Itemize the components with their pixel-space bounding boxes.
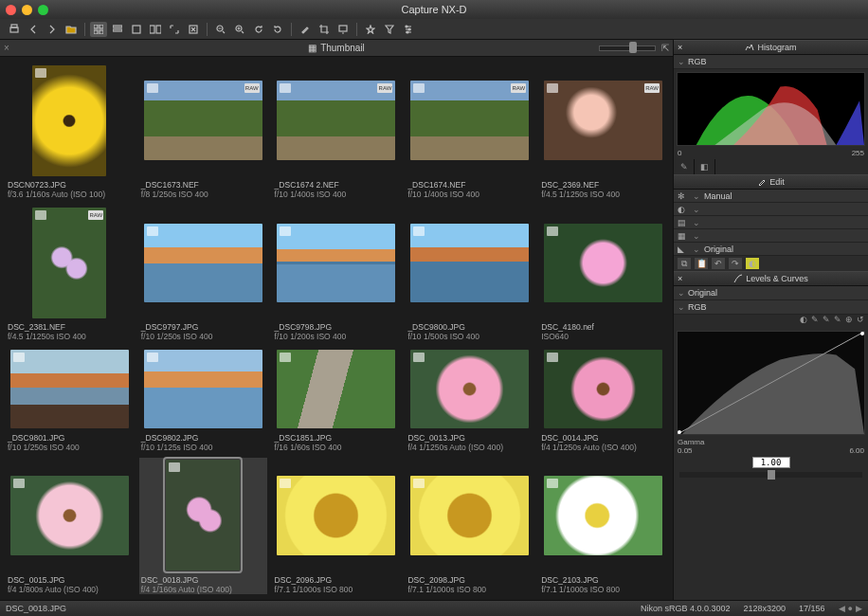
eyedropper-icon[interactable] [297, 22, 314, 37]
thumbnail-cell[interactable]: DSC_4180.nefISO640 [539, 205, 667, 341]
thumbnail-image[interactable] [144, 350, 262, 428]
close-icon[interactable]: × [678, 43, 682, 52]
thumbnail-cell[interactable]: DSCN0723.JPGf/3.6 1/160s Auto (ISO 100) [6, 63, 134, 199]
expand-icon[interactable]: ⇱ [661, 43, 669, 53]
fullscreen-icon[interactable] [166, 22, 183, 37]
close-icon[interactable]: × [678, 274, 682, 283]
redo-icon[interactable]: ↷ [729, 258, 742, 269]
apply-icon[interactable]: ◐ [746, 258, 759, 269]
thumbnail-filename: _DSC9800.JPG [407, 322, 532, 332]
thumbnail-image[interactable]: RAW [277, 81, 395, 159]
edit-header[interactable]: Edit [674, 174, 868, 190]
levels-header[interactable]: × Levels & Curves [674, 271, 868, 286]
thumbnail-image[interactable] [410, 350, 529, 428]
thumbnail-image[interactable] [410, 224, 529, 302]
thumbnail-cell[interactable]: _DSC9798.JPGf/10 1/200s ISO 400 [273, 205, 401, 341]
thumbnail-cell[interactable]: _DSC9801.JPGf/10 1/250s ISO 400 [6, 347, 134, 452]
scroll-right-icon[interactable]: ▶ [856, 604, 862, 613]
thumbnail-cell[interactable]: _DSC9800.JPGf/10 1/500s ISO 400 [406, 205, 533, 341]
filter-icon[interactable] [381, 22, 398, 37]
undo-icon[interactable]: ↶ [712, 258, 725, 269]
thumbnail-cell[interactable]: DSC_2103.JPGf/7.1 1/1000s ISO 800 [539, 458, 667, 594]
thumbnail-cell[interactable]: _DSC9802.JPGf/10 1/125s ISO 400 [139, 347, 267, 452]
open-folder-icon[interactable] [63, 22, 80, 37]
thumbnail-image[interactable]: RAW [410, 81, 529, 159]
edit-row-4[interactable]: ▦⌄ [674, 229, 868, 243]
thumbnail-image[interactable] [32, 65, 106, 176]
black-eyedropper-icon[interactable]: ✎ [811, 315, 819, 328]
curve-display[interactable] [677, 331, 865, 435]
list-view-icon[interactable] [109, 22, 126, 37]
edit-tab-2[interactable]: ◧ [695, 159, 715, 174]
thumbnail-image[interactable] [544, 224, 662, 302]
thumb-size-handle[interactable] [629, 42, 637, 53]
thumb-size-slider[interactable] [599, 45, 656, 51]
auto-contrast-icon[interactable]: ◐ [800, 315, 807, 328]
thumbnail-image[interactable]: RAW [32, 208, 106, 318]
thumbnail-cell[interactable]: _DSC1851.JPGf/16 1/60s ISO 400 [273, 347, 401, 452]
levels-icon: ▤ [678, 218, 689, 227]
edit-row-manual[interactable]: ✻⌄Manual [674, 190, 868, 203]
panel-close-icon[interactable]: × [4, 43, 9, 53]
thumbnail-image[interactable] [10, 476, 129, 554]
thumbnail-cell[interactable]: RAWDSC_2369.NEFf/4.5 1/1250s ISO 400 [539, 63, 667, 199]
gamma-value-input[interactable]: 1.00 [752, 457, 790, 468]
thumbnail-image[interactable] [10, 350, 129, 428]
scroll-left-icon[interactable]: ◀ [839, 604, 845, 613]
thumbnail-image[interactable] [277, 350, 395, 428]
crop-icon[interactable] [316, 22, 333, 37]
print-icon[interactable] [6, 22, 23, 37]
thumbnail-image[interactable] [277, 224, 395, 302]
compare-view-icon[interactable] [147, 22, 164, 37]
reset-icon[interactable]: ↺ [857, 315, 864, 328]
thumbnail-cell[interactable]: _DSC9797.JPGf/10 1/250s ISO 400 [139, 205, 267, 341]
copy-icon[interactable]: ⧉ [678, 258, 691, 269]
gamma-slider-handle[interactable] [768, 470, 775, 480]
thumbnail-cell[interactable]: DSC_0013.JPGf/4 1/1250s Auto (ISO 400) [406, 347, 533, 452]
histogram-header[interactable]: × Histogram [674, 40, 868, 55]
back-icon[interactable] [25, 22, 42, 37]
rotate-ccw-icon[interactable] [250, 22, 267, 37]
add-point-icon[interactable]: ⊕ [845, 315, 853, 328]
status-colorspace: Nikon sRGB 4.0.0.3002 [641, 604, 731, 613]
grid-view-icon[interactable] [90, 22, 107, 37]
zoom-in-icon[interactable] [231, 22, 248, 37]
gray-eyedropper-icon[interactable]: ✎ [823, 315, 830, 328]
thumbnail-image[interactable] [144, 224, 262, 302]
zoom-out-icon[interactable] [212, 22, 229, 37]
gamma-slider[interactable] [679, 472, 862, 478]
rotate-cw-icon[interactable] [269, 22, 286, 37]
settings-icon[interactable] [400, 22, 417, 37]
thumbnail-cell[interactable]: DSC_2098.JPGf/7.1 1/1000s ISO 800 [406, 458, 533, 594]
thumbnail-image[interactable]: RAW [544, 81, 662, 159]
forward-icon[interactable] [44, 22, 61, 37]
monitor-icon[interactable] [335, 22, 352, 37]
thumbnail-image[interactable] [544, 476, 662, 554]
edit-row-3[interactable]: ▤⌄ [674, 216, 868, 229]
thumbnail-cell[interactable]: RAW_DSC1673.NEFf/8 1/250s ISO 400 [139, 63, 267, 199]
edit-tab-1[interactable]: ✎ [674, 159, 695, 174]
thumbnail-image[interactable] [410, 476, 529, 554]
thumbnail-cell[interactable]: DSC_0018.JPGf/4 1/160s Auto (ISO 400) [139, 458, 267, 594]
histogram-channel-dropdown[interactable]: ⌄ RGB [674, 55, 868, 69]
thumbnail-image[interactable] [544, 350, 662, 428]
paste-icon[interactable]: 📋 [695, 258, 708, 269]
white-eyedropper-icon[interactable]: ✎ [834, 315, 841, 328]
scroll-dot-icon[interactable]: ● [848, 604, 853, 613]
thumbnail-cell[interactable]: DSC_0015.JPGf/4 1/800s Auto (ISO 400) [6, 458, 134, 594]
thumbnail-cell[interactable]: RAW_DSC1674 2.NEFf/10 1/400s ISO 400 [273, 63, 401, 199]
thumbnail-cell[interactable]: DSC_2096.JPGf/7.1 1/1000s ISO 800 [273, 458, 401, 594]
thumbnail-cell[interactable]: DSC_0014.JPGf/4 1/1250s Auto (ISO 400) [539, 347, 667, 452]
thumbnail-image[interactable]: RAW [144, 81, 262, 159]
levels-channel-dropdown[interactable]: ⌄ RGB [674, 300, 868, 315]
star-icon[interactable] [362, 22, 379, 37]
edit-row-2[interactable]: ◐⌄ [674, 203, 868, 216]
edit-row-original[interactable]: ◣⌄Original [674, 243, 868, 256]
thumbnail-cell[interactable]: RAW_DSC1674.NEFf/10 1/400s ISO 400 [406, 63, 533, 199]
thumbnail-cell[interactable]: RAWDSC_2381.NEFf/4.5 1/1250s ISO 400 [6, 205, 134, 341]
levels-preset-dropdown[interactable]: ⌄ Original [674, 286, 868, 300]
thumbnail-image[interactable] [277, 476, 395, 554]
fit-icon[interactable] [185, 22, 202, 37]
thumbnail-image[interactable] [166, 460, 240, 571]
single-view-icon[interactable] [128, 22, 145, 37]
